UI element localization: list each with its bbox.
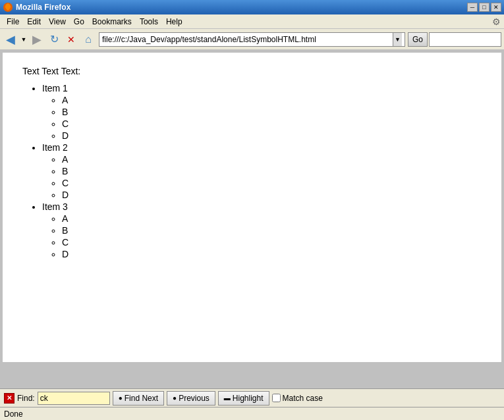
find-previous-label: Previous — [179, 394, 210, 403]
list-item-2: Item 2 A B C D — [42, 142, 482, 200]
find-input[interactable] — [38, 392, 110, 405]
gear-icon: ⚙ — [491, 16, 501, 27]
dropdown-arrow[interactable]: ▼ — [20, 32, 28, 47]
sublist-2-b: B — [62, 166, 482, 176]
intro-text: Text Text Text: — [22, 66, 482, 76]
menu-help[interactable]: Help — [162, 16, 186, 28]
find-next-icon: ● — [119, 394, 123, 402]
main-window: Mozilla Firefox ─ □ ✕ File Edit View Go … — [0, 0, 504, 420]
sublist-3: A B C D — [42, 213, 482, 259]
titlebar-buttons: ─ □ ✕ — [467, 3, 501, 12]
menu-view[interactable]: View — [45, 16, 70, 28]
sublist-3-b: B — [62, 225, 482, 236]
item-2-label: Item 2 — [42, 142, 68, 153]
highlight-label: Highlight — [233, 394, 264, 403]
address-bar[interactable]: ▼ — [99, 32, 405, 47]
find-next-button[interactable]: ● Find Next — [113, 391, 164, 406]
highlight-icon: ▬ — [224, 394, 231, 402]
menu-tools[interactable]: Tools — [136, 16, 162, 28]
find-prev-icon: ● — [173, 394, 177, 402]
sublist-1-d: D — [62, 130, 482, 141]
toolbar: ◀ ▼ ▶ ↻ ✕ ⌂ ▼ Go — [0, 29, 504, 50]
find-previous-button[interactable]: ● Previous — [167, 391, 215, 406]
sublist-2-c: C — [62, 178, 482, 188]
match-case-text: Match case — [283, 394, 323, 403]
titlebar-left: Mozilla Firefox — [3, 2, 70, 13]
home-button[interactable]: ⌂ — [80, 32, 96, 47]
address-input[interactable] — [102, 35, 393, 44]
highlight-button[interactable]: ▬ Highlight — [218, 391, 269, 406]
titlebar: Mozilla Firefox ─ □ ✕ — [0, 0, 504, 14]
menu-file[interactable]: File — [3, 16, 23, 28]
close-button[interactable]: ✕ — [491, 3, 501, 12]
content-page: Text Text Text: Item 1 A B C D Item 2 A … — [3, 53, 501, 362]
back-button[interactable]: ◀ — [3, 32, 18, 47]
firefox-icon — [3, 2, 13, 13]
menu-bookmarks[interactable]: Bookmarks — [88, 16, 136, 28]
content-wrapper: Text Text Text: Item 1 A B C D Item 2 A … — [0, 50, 504, 388]
item-1-label: Item 1 — [42, 83, 68, 93]
find-bar: ✕ Find: ● Find Next ● Previous ▬ Highlig… — [0, 388, 504, 407]
menu-edit[interactable]: Edit — [23, 16, 45, 28]
sublist-3-a: A — [62, 213, 482, 224]
menu-go[interactable]: Go — [70, 16, 88, 28]
minimize-button[interactable]: ─ — [467, 3, 478, 12]
match-case-label[interactable]: Match case — [272, 394, 323, 403]
find-label: Find: — [17, 394, 35, 403]
sublist-3-d: D — [62, 249, 482, 259]
sublist-1-a: A — [62, 95, 482, 105]
sublist-2: A B C D — [42, 154, 482, 200]
menubar: File Edit View Go Bookmarks Tools Help ⚙ — [0, 14, 504, 29]
list-item-1: Item 1 A B C D — [42, 83, 482, 141]
address-dropdown-arrow[interactable]: ▼ — [393, 33, 402, 46]
sublist-2-a: A — [62, 154, 482, 165]
sublist-1: A B C D — [42, 95, 482, 141]
nav-search-input[interactable] — [432, 35, 498, 44]
match-case-checkbox[interactable] — [272, 394, 281, 402]
sublist-1-b: B — [62, 107, 482, 117]
find-next-label: Find Next — [125, 394, 158, 403]
sublist-2-d: D — [62, 190, 482, 200]
list-item-3: Item 3 A B C D — [42, 201, 482, 259]
find-close-button[interactable]: ✕ — [4, 393, 14, 404]
stop-button[interactable]: ✕ — [63, 32, 79, 47]
forward-button[interactable]: ▶ — [29, 32, 45, 47]
main-list: Item 1 A B C D Item 2 A B C D — [22, 83, 482, 259]
sublist-3-c: C — [62, 237, 482, 248]
titlebar-title: Mozilla Firefox — [16, 3, 70, 12]
restore-button[interactable]: □ — [479, 3, 490, 12]
nav-search-box[interactable] — [429, 32, 501, 47]
item-3-label: Item 3 — [42, 201, 68, 212]
status-text: Done — [4, 409, 23, 419]
reload-button[interactable]: ↻ — [46, 32, 62, 47]
sublist-1-c: C — [62, 118, 482, 129]
go-button[interactable]: Go — [408, 32, 428, 47]
statusbar: Done — [0, 407, 504, 420]
